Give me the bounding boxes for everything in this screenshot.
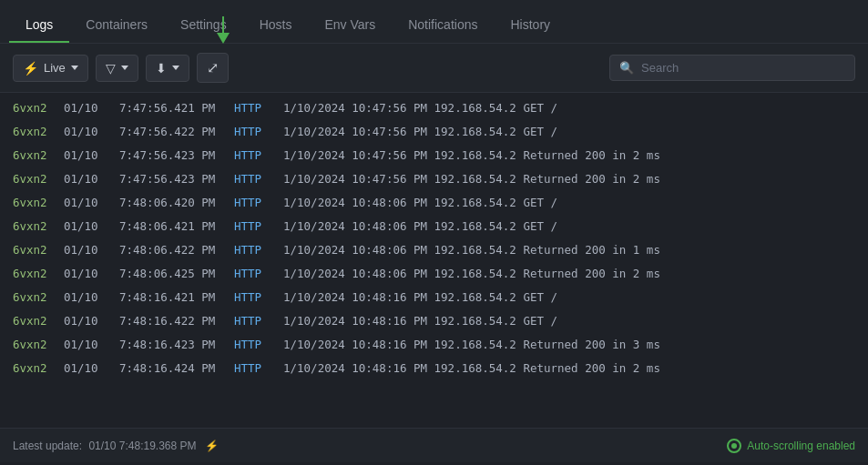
tabs-bar: Logs Containers Settings Hosts Env Vars … — [0, 0, 868, 44]
fullscreen-icon: ⤢ — [207, 59, 219, 76]
log-time: 7:47:56.423 PM — [119, 147, 229, 165]
log-date: 01/10 — [64, 99, 114, 117]
log-id: 6vxn2 — [13, 312, 58, 330]
log-row: 6vxn2 01/10 7:47:56.421 PM HTTP 1/10/202… — [0, 96, 868, 120]
log-row: 6vxn2 01/10 7:48:06.421 PM HTTP 1/10/202… — [0, 215, 868, 238]
latest-update: Latest update: 01/10 7:48:19.368 PM ⚡ — [13, 440, 219, 452]
log-protocol: HTTP — [234, 288, 278, 307]
log-message: 1/10/2024 10:48:16 PM 192.168.54.2 Retur… — [283, 359, 660, 378]
log-id: 6vxn2 — [13, 241, 58, 259]
download-arrow-indicator — [217, 16, 230, 44]
log-row: 6vxn2 01/10 7:48:16.423 PM HTTP 1/10/202… — [0, 333, 868, 357]
auto-scroll-circle — [727, 439, 741, 453]
log-id: 6vxn2 — [13, 99, 58, 117]
log-protocol: HTTP — [234, 147, 278, 165]
log-message: 1/10/2024 10:47:56 PM 192.168.54.2 Retur… — [283, 170, 660, 188]
log-date: 01/10 — [64, 288, 114, 307]
log-row: 6vxn2 01/10 7:47:56.423 PM HTTP 1/10/202… — [0, 144, 868, 167]
log-id: 6vxn2 — [13, 147, 58, 165]
log-message: 1/10/2024 10:47:56 PM 192.168.54.2 GET / — [283, 123, 557, 141]
log-id: 6vxn2 — [13, 217, 58, 236]
log-row: 6vxn2 01/10 7:48:06.422 PM HTTP 1/10/202… — [0, 238, 868, 262]
status-lightning-icon: ⚡ — [205, 440, 219, 452]
live-dropdown-chevron — [71, 66, 78, 70]
log-message: 1/10/2024 10:48:06 PM 192.168.54.2 GET / — [283, 217, 557, 236]
log-date: 01/10 — [64, 241, 114, 259]
tab-env-vars[interactable]: Env Vars — [308, 6, 392, 43]
log-protocol: HTTP — [234, 241, 278, 259]
log-time: 7:47:56.423 PM — [119, 170, 229, 188]
log-area[interactable]: 6vxn2 01/10 7:47:56.421 PM HTTP 1/10/202… — [0, 93, 868, 428]
log-message: 1/10/2024 10:47:56 PM 192.168.54.2 Retur… — [283, 147, 660, 165]
log-protocol: HTTP — [234, 170, 278, 188]
tab-settings[interactable]: Settings — [164, 6, 243, 43]
log-protocol: HTTP — [234, 265, 278, 283]
search-box: 🔍 — [609, 55, 855, 81]
log-message: 1/10/2024 10:47:56 PM 192.168.54.2 GET / — [283, 99, 557, 117]
log-time: 7:48:16.421 PM — [119, 288, 229, 307]
log-id: 6vxn2 — [13, 194, 58, 212]
log-protocol: HTTP — [234, 359, 278, 378]
filter-button[interactable]: ▽ — [96, 55, 138, 82]
log-message: 1/10/2024 10:48:16 PM 192.168.54.2 GET / — [283, 288, 557, 307]
toolbar: ⚡ Live ▽ ⬇ ⤢ 🔍 — [0, 44, 868, 93]
tab-containers[interactable]: Containers — [69, 6, 164, 43]
log-id: 6vxn2 — [13, 123, 58, 141]
download-dropdown-chevron — [172, 66, 179, 70]
log-row: 6vxn2 01/10 7:48:16.422 PM HTTP 1/10/202… — [0, 309, 868, 333]
download-button[interactable]: ⬇ — [146, 55, 189, 82]
auto-scroll-status: Auto-scrolling enabled — [727, 439, 855, 453]
log-time: 7:48:16.424 PM — [119, 359, 229, 378]
log-protocol: HTTP — [234, 336, 278, 354]
tab-logs[interactable]: Logs — [9, 6, 69, 43]
log-date: 01/10 — [64, 123, 114, 141]
log-row: 6vxn2 01/10 7:48:06.420 PM HTTP 1/10/202… — [0, 191, 868, 215]
log-time: 7:47:56.421 PM — [119, 99, 229, 117]
log-time: 7:48:06.425 PM — [119, 265, 229, 283]
log-id: 6vxn2 — [13, 265, 58, 283]
status-bar: Latest update: 01/10 7:48:19.368 PM ⚡ Au… — [0, 428, 868, 462]
log-date: 01/10 — [64, 147, 114, 165]
filter-dropdown-chevron — [121, 66, 128, 70]
log-message: 1/10/2024 10:48:06 PM 192.168.54.2 Retur… — [283, 241, 660, 259]
search-input[interactable] — [641, 61, 845, 75]
log-time: 7:48:06.421 PM — [119, 217, 229, 236]
log-row: 6vxn2 01/10 7:48:16.424 PM HTTP 1/10/202… — [0, 357, 868, 380]
log-date: 01/10 — [64, 336, 114, 354]
arrow-line — [222, 16, 224, 33]
log-date: 01/10 — [64, 217, 114, 236]
log-id: 6vxn2 — [13, 288, 58, 307]
log-date: 01/10 — [64, 170, 114, 188]
auto-scroll-circle-inner — [731, 443, 737, 449]
tab-notifications[interactable]: Notifications — [392, 6, 494, 43]
log-protocol: HTTP — [234, 312, 278, 330]
arrow-head — [217, 33, 230, 44]
log-row: 6vxn2 01/10 7:47:56.423 PM HTTP 1/10/202… — [0, 167, 868, 191]
log-id: 6vxn2 — [13, 359, 58, 378]
log-row: 6vxn2 01/10 7:48:06.425 PM HTTP 1/10/202… — [0, 262, 868, 286]
log-row: 6vxn2 01/10 7:48:16.421 PM HTTP 1/10/202… — [0, 286, 868, 309]
tab-history[interactable]: History — [494, 6, 567, 43]
log-protocol: HTTP — [234, 99, 278, 117]
log-date: 01/10 — [64, 194, 114, 212]
tab-hosts[interactable]: Hosts — [243, 6, 309, 43]
log-message: 1/10/2024 10:48:06 PM 192.168.54.2 GET / — [283, 194, 557, 212]
fullscreen-button[interactable]: ⤢ — [197, 53, 229, 83]
log-id: 6vxn2 — [13, 336, 58, 354]
log-time: 7:47:56.422 PM — [119, 123, 229, 141]
log-time: 7:48:16.422 PM — [119, 312, 229, 330]
log-id: 6vxn2 — [13, 170, 58, 188]
lightning-icon: ⚡ — [23, 61, 38, 76]
live-button[interactable]: ⚡ Live — [13, 55, 88, 82]
log-message: 1/10/2024 10:48:16 PM 192.168.54.2 GET / — [283, 312, 557, 330]
log-time: 7:48:06.420 PM — [119, 194, 229, 212]
filter-icon: ▽ — [106, 61, 116, 76]
search-icon: 🔍 — [619, 61, 634, 75]
log-protocol: HTTP — [234, 123, 278, 141]
log-protocol: HTTP — [234, 217, 278, 236]
log-message: 1/10/2024 10:48:16 PM 192.168.54.2 Retur… — [283, 336, 660, 354]
log-time: 7:48:06.422 PM — [119, 241, 229, 259]
log-message: 1/10/2024 10:48:06 PM 192.168.54.2 Retur… — [283, 265, 660, 283]
log-protocol: HTTP — [234, 194, 278, 212]
log-date: 01/10 — [64, 359, 114, 378]
